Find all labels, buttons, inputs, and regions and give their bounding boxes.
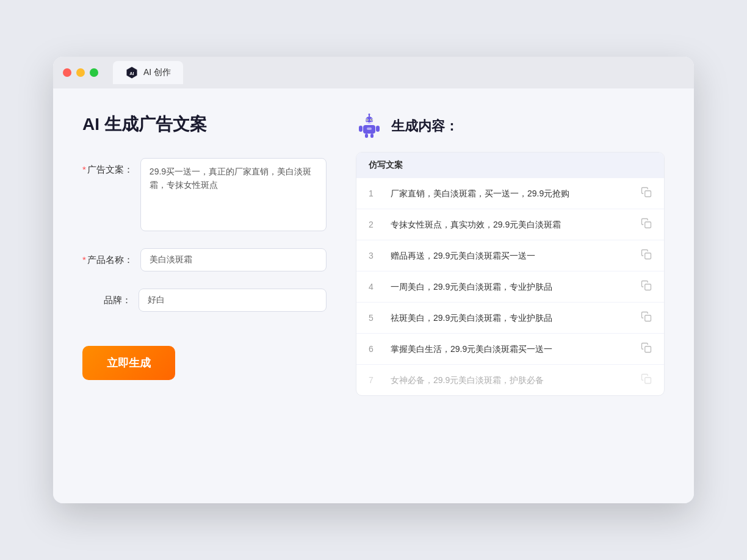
svg-rect-14 bbox=[645, 191, 651, 197]
row-number: 2 bbox=[369, 220, 381, 229]
copy-icon[interactable] bbox=[641, 311, 652, 325]
table-row: 5祛斑美白，29.9元美白淡斑霜，专业护肤品 bbox=[356, 303, 664, 334]
row-text: 厂家直销，美白淡斑霜，买一送一，29.9元抢购 bbox=[391, 187, 631, 200]
table-row: 4一周美白，29.9元美白淡斑霜，专业护肤品 bbox=[356, 271, 664, 303]
svg-rect-11 bbox=[376, 126, 380, 132]
svg-rect-18 bbox=[645, 315, 651, 321]
main-content: AI 生成广告文案 *广告文案： 29.9买一送一，真正的厂家直销，美白淡斑霜，… bbox=[53, 88, 694, 503]
svg-rect-15 bbox=[645, 222, 651, 228]
table-row: 6掌握美白生活，29.9元美白淡斑霜买一送一 bbox=[356, 334, 664, 365]
row-text: 赠品再送，29.9元美白淡斑霜买一送一 bbox=[391, 249, 631, 262]
brand-label: 品牌： bbox=[82, 289, 131, 306]
row-text: 掌握美白生活，29.9元美白淡斑霜买一送一 bbox=[391, 343, 631, 356]
row-text: 专抹女性斑点，真实功效，29.9元美白淡斑霜 bbox=[391, 218, 631, 231]
svg-rect-17 bbox=[645, 284, 651, 290]
title-bar: AI AI 创作 bbox=[53, 57, 694, 88]
row-number: 6 bbox=[369, 344, 381, 354]
generate-button[interactable]: 立即生成 bbox=[82, 346, 175, 380]
svg-rect-10 bbox=[359, 126, 363, 132]
ad-copy-input[interactable]: 29.9买一送一，真正的厂家直销，美白淡斑霜，专抹女性斑点 bbox=[140, 158, 327, 231]
row-text: 女神必备，29.9元美白淡斑霜，护肤必备 bbox=[391, 374, 631, 387]
row-number: 4 bbox=[369, 282, 381, 292]
close-button[interactable] bbox=[63, 68, 71, 77]
svg-rect-13 bbox=[370, 134, 374, 138]
form-group-brand: 品牌： 好白 bbox=[82, 289, 327, 312]
svg-rect-12 bbox=[365, 134, 368, 138]
copy-icon[interactable] bbox=[641, 373, 652, 387]
required-star-ad: * bbox=[82, 164, 86, 174]
copy-icon[interactable] bbox=[641, 280, 652, 293]
row-number: 1 bbox=[369, 188, 381, 198]
minimize-button[interactable] bbox=[76, 68, 85, 77]
svg-point-3 bbox=[369, 113, 370, 115]
tab-ai-creation[interactable]: AI AI 创作 bbox=[113, 61, 183, 84]
form-group-ad-copy: *广告文案： 29.9买一送一，真正的厂家直销，美白淡斑霜，专抹女性斑点 bbox=[82, 158, 327, 231]
svg-rect-19 bbox=[645, 346, 651, 353]
svg-rect-9 bbox=[367, 127, 372, 130]
row-number: 3 bbox=[369, 251, 381, 260]
results-list: 1厂家直销，美白淡斑霜，买一送一，29.9元抢购2专抹女性斑点，真实功效，29.… bbox=[356, 178, 664, 395]
table-row: 3赠品再送，29.9元美白淡斑霜买一送一 bbox=[356, 240, 664, 271]
ai-tab-icon: AI bbox=[125, 66, 139, 79]
maximize-button[interactable] bbox=[90, 68, 98, 77]
tab-label: AI 创作 bbox=[143, 67, 171, 78]
svg-point-8 bbox=[371, 120, 372, 121]
product-label: *产品名称： bbox=[82, 248, 133, 266]
svg-rect-16 bbox=[645, 253, 651, 259]
product-input[interactable]: 美白淡斑霜 bbox=[140, 248, 327, 271]
copy-icon[interactable] bbox=[641, 218, 652, 231]
row-text: 祛斑美白，29.9元美白淡斑霜，专业护肤品 bbox=[391, 312, 631, 325]
form-group-product: *产品名称： 美白淡斑霜 bbox=[82, 248, 327, 271]
table-row: 7女神必备，29.9元美白淡斑霜，护肤必备 bbox=[356, 365, 664, 395]
results-table: 仿写文案 1厂家直销，美白淡斑霜，买一送一，29.9元抢购2专抹女性斑点，真实功… bbox=[356, 152, 665, 396]
copy-icon[interactable] bbox=[641, 187, 652, 200]
left-panel: AI 生成广告文案 *广告文案： 29.9买一送一，真正的厂家直销，美白淡斑霜，… bbox=[82, 113, 327, 479]
browser-window: AI AI 创作 AI 生成广告文案 *广告文案： 29.9买一送一，真正的厂家… bbox=[53, 57, 694, 503]
page-title: AI 生成广告文案 bbox=[82, 113, 327, 136]
required-star-product: * bbox=[82, 254, 86, 265]
row-number: 5 bbox=[369, 313, 381, 323]
robot-icon bbox=[356, 113, 383, 140]
copy-icon[interactable] bbox=[641, 342, 652, 356]
result-title: 生成内容： bbox=[391, 117, 458, 135]
table-row: 2专抹女性斑点，真实功效，29.9元美白淡斑霜 bbox=[356, 209, 664, 240]
brand-input[interactable]: 好白 bbox=[139, 289, 327, 312]
copy-icon[interactable] bbox=[641, 249, 652, 262]
ad-copy-label: *广告文案： bbox=[82, 158, 133, 176]
svg-text:AI: AI bbox=[129, 71, 134, 76]
svg-rect-20 bbox=[645, 378, 651, 384]
row-text: 一周美白，29.9元美白淡斑霜，专业护肤品 bbox=[391, 281, 631, 293]
svg-point-7 bbox=[367, 120, 368, 121]
result-header: 生成内容： bbox=[356, 113, 665, 140]
row-number: 7 bbox=[369, 375, 381, 385]
table-row: 1厂家直销，美白淡斑霜，买一送一，29.9元抢购 bbox=[356, 178, 664, 209]
right-panel: 生成内容： 仿写文案 1厂家直销，美白淡斑霜，买一送一，29.9元抢购2专抹女性… bbox=[356, 113, 665, 479]
traffic-lights bbox=[63, 68, 98, 77]
table-header: 仿写文案 bbox=[356, 153, 664, 178]
